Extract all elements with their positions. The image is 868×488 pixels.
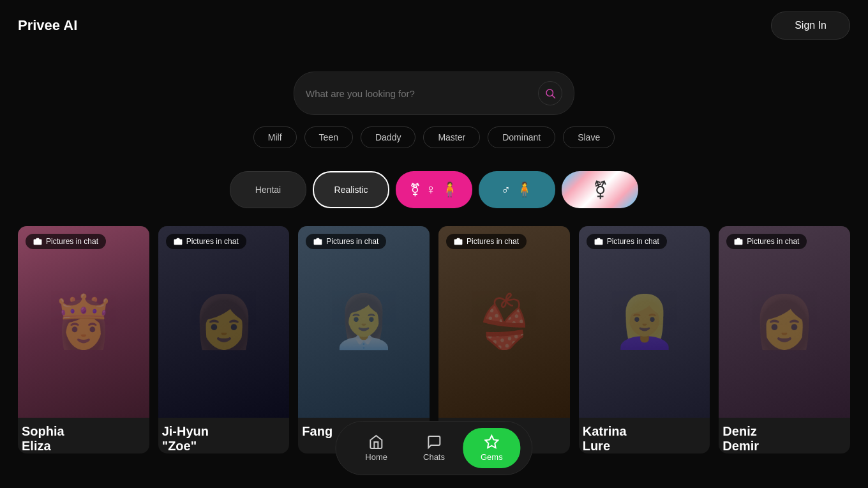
male-figure: 🧍: [516, 181, 533, 198]
category-realistic[interactable]: Realistic: [313, 171, 389, 208]
tag-daddy[interactable]: Daddy: [361, 126, 415, 148]
logo: Privee AI: [18, 17, 77, 34]
trans-symbol: ⚧: [593, 179, 608, 201]
nav-gems-label: Gems: [481, 452, 503, 462]
card-katrina[interactable]: 👱‍♀️ Pictures in chat Katrina Lure: [579, 226, 710, 454]
svg-marker-8: [485, 436, 498, 448]
card-silhouette-fang: 👩‍💼: [298, 226, 430, 418]
nav-chats[interactable]: Chats: [405, 429, 463, 467]
card-kies[interactable]: 👙 Pictures in chat Kies: [438, 226, 570, 454]
svg-point-2: [36, 240, 40, 243]
camera-icon: [33, 237, 42, 246]
card-name-deniz: Deniz Demir: [719, 424, 850, 454]
nav-home[interactable]: Home: [347, 429, 405, 467]
pics-badge-deniz: Pictures in chat: [726, 234, 807, 249]
card-sophia[interactable]: 👸 Pictures in chat Sophia Eliza: [18, 226, 149, 454]
card-silhouette-jihyun: 👩: [158, 226, 290, 418]
nav-gems[interactable]: Gems: [463, 428, 521, 468]
search-section: Milf Teen Daddy Master Dominant Slave He…: [0, 72, 868, 208]
search-bar: [294, 72, 574, 115]
cards-section: 👸 Pictures in chat Sophia Eliza 👩 Pictur…: [0, 208, 868, 454]
card-jihyun[interactable]: 👩 Pictures in chat Ji-Hyun "Zoe": [158, 226, 290, 454]
pics-badge-kies: Pictures in chat: [446, 234, 527, 249]
card-image-katrina: 👱‍♀️: [579, 226, 710, 418]
svg-point-3: [176, 240, 179, 243]
nav-home-label: Home: [365, 452, 387, 462]
category-trans[interactable]: ⚧: [562, 171, 638, 208]
pics-badge-label-kies: Pictures in chat: [467, 237, 519, 246]
category-row: Hentai Realistic ⚧ ♀ 🧍 ♂ 🧍 ⚧: [230, 171, 638, 208]
nav-chats-label: Chats: [423, 452, 445, 462]
card-silhouette-deniz: 👩: [719, 226, 850, 418]
camera-icon-5: [594, 237, 603, 246]
tag-master[interactable]: Master: [423, 126, 480, 148]
bottom-nav: Home Chats Gems: [335, 421, 532, 475]
tag-milf[interactable]: Milf: [253, 126, 297, 148]
card-name-sophia: Sophia Eliza: [18, 424, 149, 454]
tag-teen[interactable]: Teen: [304, 126, 353, 148]
camera-icon-6: [734, 237, 743, 246]
card-silhouette-katrina: 👱‍♀️: [579, 226, 710, 418]
female-icon: 🧍: [441, 181, 458, 198]
pics-badge-label-sophia: Pictures in chat: [46, 237, 98, 246]
camera-icon-2: [174, 237, 183, 246]
svg-point-4: [317, 240, 320, 243]
card-name-jihyun: Ji-Hyun "Zoe": [158, 424, 290, 454]
card-image-deniz: 👩: [719, 226, 850, 418]
category-male[interactable]: ♂ 🧍: [479, 171, 555, 208]
card-fang[interactable]: 👩‍💼 Pictures in chat Fang: [298, 226, 430, 454]
svg-point-5: [457, 240, 460, 243]
svg-point-7: [737, 240, 740, 243]
pics-badge-sophia: Pictures in chat: [26, 234, 106, 249]
card-image-kies: 👙: [438, 226, 570, 418]
tags-row: Milf Teen Daddy Master Dominant Slave: [253, 126, 615, 148]
svg-point-6: [597, 240, 600, 243]
search-icon: [544, 88, 556, 99]
card-deniz[interactable]: 👩 Pictures in chat Deniz Demir: [719, 226, 850, 454]
svg-line-1: [552, 95, 555, 98]
home-icon: [369, 434, 384, 450]
pics-badge-label-fang: Pictures in chat: [326, 237, 378, 246]
category-female[interactable]: ⚧ ♀ 🧍: [396, 171, 472, 208]
pics-badge-jihyun: Pictures in chat: [166, 234, 246, 249]
search-button[interactable]: [538, 81, 562, 105]
card-name-katrina: Katrina Lure: [579, 424, 710, 454]
camera-icon-4: [454, 237, 463, 246]
camera-icon-3: [313, 237, 322, 246]
pics-badge-label-deniz: Pictures in chat: [747, 237, 799, 246]
pics-badge-fang: Pictures in chat: [306, 234, 386, 249]
tag-slave[interactable]: Slave: [563, 126, 615, 148]
pics-badge-label-jihyun: Pictures in chat: [186, 237, 239, 246]
gems-icon: [484, 434, 499, 450]
tag-dominant[interactable]: Dominant: [488, 126, 555, 148]
female-figure: ♀: [426, 181, 437, 198]
sign-in-button[interactable]: Sign In: [771, 11, 850, 40]
card-image-jihyun: 👩: [158, 226, 290, 418]
male-symbol: ♂: [501, 183, 511, 197]
chats-icon: [426, 434, 442, 450]
card-silhouette-sophia: 👸: [18, 226, 149, 418]
card-image-fang: 👩‍💼: [298, 226, 430, 418]
header: Privee AI Sign In: [0, 0, 868, 51]
category-hentai-label: Hentai: [255, 185, 281, 195]
search-input[interactable]: [306, 88, 532, 99]
card-silhouette-kies: 👙: [438, 226, 570, 418]
category-realistic-label: Realistic: [334, 185, 368, 195]
category-hentai[interactable]: Hentai: [230, 171, 306, 208]
pics-badge-katrina: Pictures in chat: [587, 234, 667, 249]
female-symbol: ⚧: [410, 182, 421, 197]
card-image-sophia: 👸: [18, 226, 149, 418]
pics-badge-label-katrina: Pictures in chat: [607, 237, 659, 246]
